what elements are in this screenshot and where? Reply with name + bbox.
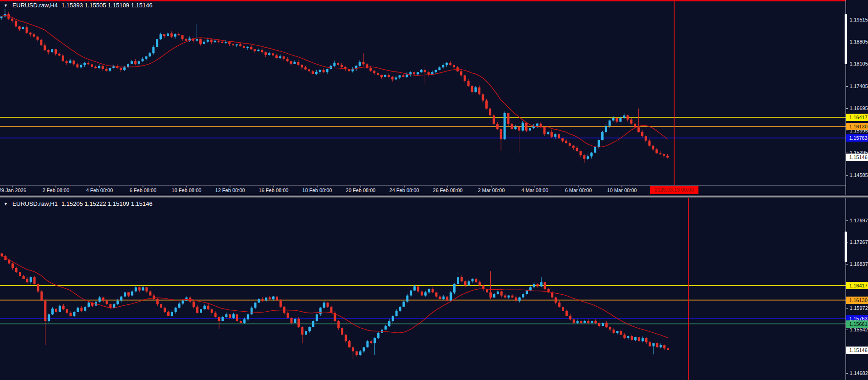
candle-body — [572, 146, 575, 148]
candle-body — [627, 336, 629, 338]
candle-body — [87, 63, 89, 64]
candle-body — [623, 116, 625, 118]
candle-body — [461, 277, 463, 281]
candlestick-chart-h1[interactable] — [0, 198, 846, 380]
candle-body — [269, 297, 271, 299]
candle-body — [395, 77, 397, 79]
candle-body — [410, 291, 412, 296]
candle-body — [37, 37, 39, 40]
candle-body — [533, 284, 535, 287]
candle-body — [156, 39, 158, 47]
chart-panel-h4: ▼ EURUSD.raw,H4 1.15393 1.15505 1.15109 … — [0, 0, 868, 195]
candle-body — [138, 287, 141, 291]
candle-body — [105, 69, 108, 71]
candle-body — [0, 17, 3, 18]
candle-body — [602, 323, 604, 326]
candle-body — [44, 45, 46, 50]
candle-body — [142, 287, 144, 291]
candle-body — [601, 132, 604, 140]
candle-body — [605, 323, 608, 327]
candlestick-chart-h4[interactable] — [0, 0, 846, 185]
candle-body — [123, 67, 126, 70]
candle-body — [232, 44, 234, 45]
candle-body — [210, 40, 213, 43]
candle-body — [500, 129, 502, 139]
price-badge: 1.16417 — [846, 114, 868, 121]
time-axis[interactable]: 29 Jan 20262 Feb 08:004 Feb 08:006 Feb 0… — [0, 185, 846, 195]
candle-body — [247, 314, 249, 319]
candle-body — [337, 321, 340, 328]
price-tick-mark — [846, 153, 848, 153]
candle-body — [428, 289, 430, 292]
candle-body — [254, 49, 256, 51]
candle-body — [366, 341, 368, 347]
price-tick-mark — [846, 264, 848, 264]
candle-body — [609, 121, 611, 126]
candle-body — [319, 70, 321, 72]
candle-body — [196, 39, 198, 40]
candle-body — [30, 277, 32, 282]
axis-scroll-indicator[interactable] — [845, 231, 847, 262]
candle-body — [392, 316, 394, 321]
candle-body — [291, 318, 293, 323]
candle-body — [591, 321, 593, 323]
candle-body — [312, 71, 314, 74]
candle-body — [525, 123, 527, 131]
candle-body — [66, 61, 68, 62]
candle-body — [435, 292, 438, 297]
candle-body — [304, 67, 307, 69]
candle-body — [279, 56, 281, 58]
time-tick-label: 2 Feb 08:00 — [43, 187, 70, 193]
collapse-arrow-icon[interactable]: ▼ — [4, 202, 8, 206]
candle-body — [598, 323, 600, 326]
candle-body — [102, 66, 104, 69]
candle-body — [131, 61, 133, 64]
symbol-timeframe-label: EURUSD.raw,H4 — [12, 2, 58, 9]
candle-body — [192, 302, 195, 307]
candle-body — [145, 56, 148, 59]
price-badge: 1.16130 — [846, 123, 868, 130]
candle-body — [218, 317, 220, 321]
candle-body — [645, 136, 647, 141]
time-tick-label: 20 Feb 08:00 — [346, 187, 376, 193]
candle-body — [265, 297, 267, 301]
collapse-arrow-icon[interactable]: ▼ — [4, 3, 8, 8]
candle-body — [496, 124, 499, 129]
candle-body — [185, 297, 187, 301]
candle-body — [196, 307, 198, 313]
price-axis-h1[interactable]: 1.176971.172671.168371.159721.155421.151… — [846, 198, 868, 380]
candle-body — [203, 306, 206, 309]
price-tick-text: 1.17697 — [850, 218, 868, 224]
candle-body — [406, 296, 408, 302]
candles-series — [0, 9, 669, 163]
candle-body — [598, 140, 600, 147]
candle-body — [637, 127, 640, 132]
candle-body — [11, 264, 14, 268]
candle-body — [327, 303, 329, 307]
candle-body — [377, 333, 379, 338]
candle-body — [370, 341, 372, 343]
candle-body — [319, 308, 322, 314]
candle-body — [656, 343, 658, 347]
candle-body — [577, 321, 579, 323]
candle-body — [388, 321, 390, 326]
candle-body — [275, 55, 278, 58]
candle-body — [146, 287, 148, 292]
candle-body — [257, 50, 259, 51]
candle-body — [152, 47, 154, 53]
candle-body — [26, 27, 28, 33]
candle-body — [29, 33, 32, 34]
candle-body — [287, 313, 289, 318]
candle-body — [352, 347, 354, 352]
candle-body — [655, 149, 658, 153]
price-axis-h4[interactable]: 1.195151.188051.181051.174051.166951.159… — [846, 0, 868, 195]
candle-body — [337, 63, 339, 65]
candle-body — [99, 297, 101, 302]
candle-body — [359, 62, 361, 66]
candle-body — [558, 134, 560, 138]
candle-body — [110, 304, 112, 308]
panel-separator[interactable] — [0, 195, 868, 198]
axis-scroll-indicator[interactable] — [845, 14, 847, 64]
candle-body — [442, 65, 444, 68]
symbol-timeframe-label: EURUSD.raw,H1 — [12, 200, 58, 207]
